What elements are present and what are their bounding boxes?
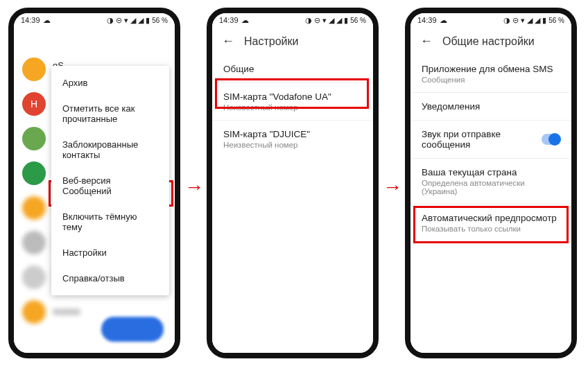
phone-2: 14:39 ☁ ◑ ⊝ ▾ ◢ ◢ ▮ 56 % ← Настройки Общ… xyxy=(207,8,379,358)
dnd-icon: ⊝ xyxy=(314,17,320,24)
phone-3: 14:39 ☁ ◑ ⊝ ▾ ◢ ◢ ▮ 56 % ← Общие настрой… xyxy=(405,8,577,358)
status-bar: 14:39 ☁ ◑ ⊝ ▾ ◢ ◢ ▮ 56 % xyxy=(212,13,373,27)
signal-icon: ◢ xyxy=(130,17,136,24)
battery-icon: ▮ xyxy=(542,17,546,24)
status-bar: 14:39 ☁ ◑ ⊝ ▾ ◢ ◢ ▮ 56 % xyxy=(14,13,175,27)
menu-web-messages[interactable]: Веб-версия Сообщений xyxy=(51,168,169,204)
arrow-icon: → xyxy=(184,176,204,198)
phone-1: 14:39 ☁ ◑ ⊝ ▾ ◢ ◢ ▮ 56 % eS Нс xyxy=(8,8,180,358)
avatar xyxy=(22,231,46,254)
signal-icon-2: ◢ xyxy=(138,17,144,24)
back-arrow-icon[interactable]: ← xyxy=(222,34,234,49)
signal-icon: ◢ xyxy=(527,17,533,24)
menu-mark-all-read[interactable]: Отметить все как прочитанные xyxy=(51,96,169,132)
battery-icon: ▮ xyxy=(344,17,348,24)
avatar xyxy=(22,300,46,324)
send-sound-item[interactable]: Звук при отправке сообщения xyxy=(410,121,571,158)
avatar xyxy=(22,265,46,289)
auto-preview-item[interactable]: Автоматический предпросмотр Показывать т… xyxy=(410,204,571,241)
settings-sim2[interactable]: SIM-карта "DJUICE" Неизвестный номер xyxy=(212,121,373,157)
wifi-icon: ▾ xyxy=(521,17,525,24)
header-title: Общие настройки xyxy=(442,35,535,48)
battery-icon: ▮ xyxy=(146,17,150,24)
country-item[interactable]: Ваша текущая страна Определена автоматич… xyxy=(410,159,571,204)
battery-level: 56 % xyxy=(548,17,564,24)
general-settings-header: ← Общие настройки xyxy=(410,27,571,55)
avatar xyxy=(22,127,46,150)
menu-blocked-contacts[interactable]: Заблокированные контакты xyxy=(51,132,169,168)
status-time: 14:39 xyxy=(219,16,239,24)
header-title: Настройки xyxy=(244,35,298,48)
dnd-icon: ⊝ xyxy=(512,17,519,24)
back-arrow-icon[interactable]: ← xyxy=(420,34,433,49)
menu-help-feedback[interactable]: Справка/отзыв xyxy=(51,265,169,291)
battery-level: 56 % xyxy=(152,17,168,24)
battery-level: 56 % xyxy=(350,17,366,24)
menu-settings[interactable]: Настройки xyxy=(51,240,169,265)
menu-dark-theme[interactable]: Включить тёмную тему xyxy=(51,204,169,240)
settings-general[interactable]: Общие xyxy=(212,55,373,82)
status-time: 14:39 xyxy=(21,16,40,24)
avatar: H xyxy=(22,92,46,116)
avatar xyxy=(22,196,46,220)
arrow-icon: → xyxy=(383,176,402,198)
status-time: 14:39 xyxy=(417,16,437,24)
wifi-icon: ▾ xyxy=(322,17,327,24)
cloud-icon: ☁ xyxy=(241,16,249,25)
sms-app-item[interactable]: Приложение для обмена SMS Сообщения xyxy=(410,55,571,92)
avatar xyxy=(22,162,46,185)
new-message-fab[interactable] xyxy=(101,317,164,342)
cloud-icon: ☁ xyxy=(440,16,447,25)
status-bar: 14:39 ☁ ◑ ⊝ ▾ ◢ ◢ ▮ 56 % xyxy=(410,13,571,27)
vibrate-icon: ◑ xyxy=(305,17,312,24)
dnd-icon: ⊝ xyxy=(116,17,122,24)
send-sound-toggle[interactable] xyxy=(542,134,561,145)
signal-icon: ◢ xyxy=(329,17,334,24)
avatar xyxy=(22,58,46,81)
wifi-icon: ▾ xyxy=(124,17,128,24)
signal-icon-2: ◢ xyxy=(336,17,342,24)
settings-sim1[interactable]: SIM-карта "Vodafone UA" Неизвестный номе… xyxy=(212,83,373,120)
vibrate-icon: ◑ xyxy=(107,17,114,24)
vibrate-icon: ◑ xyxy=(503,17,510,24)
overflow-menu: Архив Отметить все как прочитанные Забло… xyxy=(51,66,169,295)
signal-icon-2: ◢ xyxy=(535,17,540,24)
menu-archive[interactable]: Архив xyxy=(51,70,169,96)
notifications-item[interactable]: Уведомления xyxy=(410,93,571,120)
settings-header: ← Настройки xyxy=(212,27,373,55)
cloud-icon: ☁ xyxy=(43,16,51,25)
